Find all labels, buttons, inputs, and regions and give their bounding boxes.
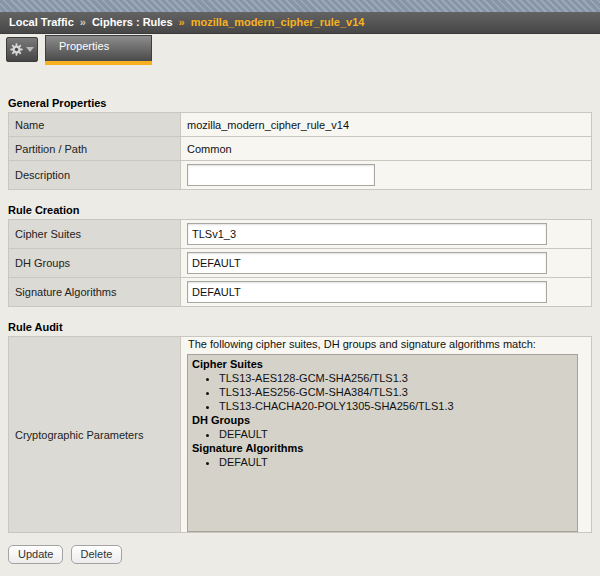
cryptographic-parameters-label: Cryptographic Parameters bbox=[9, 337, 181, 533]
breadcrumb-current-rule: mozilla_modern_cipher_rule_v14 bbox=[191, 16, 365, 28]
update-button[interactable]: Update bbox=[8, 545, 63, 564]
settings-menu-button[interactable] bbox=[6, 37, 38, 62]
partition-path-value: Common bbox=[181, 137, 592, 161]
section-title-general-properties: General Properties bbox=[8, 97, 592, 109]
list-item: DEFAULT bbox=[219, 427, 571, 441]
list-item: TLS13-AES128-GCM-SHA256/TLS1.3 bbox=[219, 371, 571, 385]
description-label: Description bbox=[9, 161, 181, 190]
main-content: General Properties Name mozilla_modern_c… bbox=[0, 97, 600, 564]
tab-properties[interactable]: Properties bbox=[45, 35, 152, 61]
table-row-name: Name mozilla_modern_cipher_rule_v14 bbox=[9, 113, 592, 137]
delete-button[interactable]: Delete bbox=[71, 545, 123, 564]
audit-intro-text: The following cipher suites, DH groups a… bbox=[188, 338, 591, 350]
cipher-suites-label: Cipher Suites bbox=[9, 220, 181, 249]
audit-signature-algorithms-list: DEFAULT bbox=[192, 455, 571, 469]
dh-groups-label: DH Groups bbox=[9, 249, 181, 278]
audit-group-heading-signature-algorithms: Signature Algorithms bbox=[192, 441, 571, 455]
audit-group-heading-dh-groups: DH Groups bbox=[192, 413, 571, 427]
breadcrumb-separator: » bbox=[80, 16, 86, 28]
general-properties-table: Name mozilla_modern_cipher_rule_v14 Part… bbox=[8, 112, 592, 190]
breadcrumb: Local Traffic»Ciphers : Rules»mozilla_mo… bbox=[0, 12, 600, 34]
name-value: mozilla_modern_cipher_rule_v14 bbox=[181, 113, 592, 137]
list-item: TLS13-CHACHA20-POLY1305-SHA256/TLS1.3 bbox=[219, 399, 571, 413]
audit-results-box: Cipher Suites TLS13-AES128-GCM-SHA256/TL… bbox=[187, 354, 578, 532]
partition-path-label: Partition / Path bbox=[9, 137, 181, 161]
table-row-signature-algorithms: Signature Algorithms bbox=[9, 278, 592, 307]
name-label: Name bbox=[9, 113, 181, 137]
chevron-down-icon bbox=[26, 47, 34, 52]
table-row-cryptographic-parameters: Cryptographic Parameters The following c… bbox=[9, 337, 592, 533]
signature-algorithms-label: Signature Algorithms bbox=[9, 278, 181, 307]
rule-audit-table: Cryptographic Parameters The following c… bbox=[8, 336, 592, 533]
audit-dh-groups-list: DEFAULT bbox=[192, 427, 571, 441]
section-title-rule-creation: Rule Creation bbox=[8, 204, 592, 216]
section-title-rule-audit: Rule Audit bbox=[8, 321, 592, 333]
table-row-description: Description bbox=[9, 161, 592, 190]
gear-icon bbox=[10, 43, 23, 56]
list-item: TLS13-AES256-GCM-SHA384/TLS1.3 bbox=[219, 385, 571, 399]
dh-groups-input[interactable] bbox=[187, 252, 547, 274]
active-tab-underline bbox=[45, 61, 152, 65]
signature-algorithms-input[interactable] bbox=[187, 281, 547, 303]
audit-cipher-suites-list: TLS13-AES128-GCM-SHA256/TLS1.3 TLS13-AES… bbox=[192, 371, 571, 413]
breadcrumb-local-traffic[interactable]: Local Traffic bbox=[9, 16, 74, 28]
breadcrumb-ciphers-rules[interactable]: Ciphers : Rules bbox=[92, 16, 173, 28]
table-row-dh-groups: DH Groups bbox=[9, 249, 592, 278]
breadcrumb-separator: » bbox=[179, 16, 185, 28]
cipher-suites-input[interactable] bbox=[187, 223, 547, 245]
list-item: DEFAULT bbox=[219, 455, 571, 469]
table-row-partition: Partition / Path Common bbox=[9, 137, 592, 161]
audit-group-heading-cipher-suites: Cipher Suites bbox=[192, 357, 571, 371]
tab-bar: Properties bbox=[0, 34, 600, 64]
description-input[interactable] bbox=[187, 164, 375, 186]
action-button-row: Update Delete bbox=[8, 545, 592, 564]
rule-creation-table: Cipher Suites DH Groups Signature Algori… bbox=[8, 219, 592, 307]
table-row-cipher-suites: Cipher Suites bbox=[9, 220, 592, 249]
top-banner-stripes bbox=[0, 0, 600, 12]
